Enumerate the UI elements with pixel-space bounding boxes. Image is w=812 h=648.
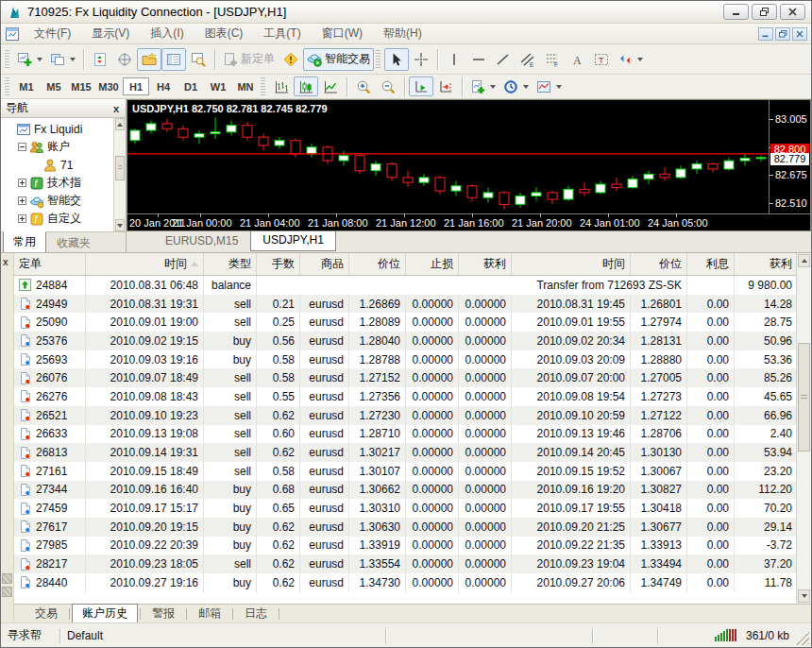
terminal-tab-3[interactable]: 邮箱 [189, 605, 230, 622]
text-label-button[interactable]: T [589, 48, 614, 71]
toolbar-grip[interactable] [5, 77, 9, 96]
tree-expander-icon[interactable] [18, 143, 26, 151]
terminal-tab-0[interactable]: 交易 [25, 605, 67, 622]
data-window-button[interactable] [112, 48, 137, 71]
equidistant-channel-button[interactable]: E [516, 48, 540, 71]
close-button[interactable] [780, 4, 805, 20]
profiles-button[interactable] [46, 48, 79, 71]
history-row[interactable]: 262762010.09.08 18:43sell0.55eurusd1.273… [14, 387, 811, 406]
scroll-down-icon[interactable] [115, 219, 125, 231]
history-row[interactable]: 274592010.09.17 15:17buy0.65eurusd1.3031… [14, 499, 811, 518]
cursor-button[interactable] [384, 48, 409, 71]
tree-item-3[interactable]: f技术指 [3, 174, 126, 192]
column-header-5[interactable]: 价位 [349, 253, 406, 275]
expert-advisors-button[interactable]: 智能交易 [303, 48, 374, 71]
navigator-close-icon[interactable]: x [111, 103, 121, 114]
history-row[interactable]: 282172010.09.23 18:05sell0.62eurusd1.335… [14, 554, 811, 573]
timeframe-m1-button[interactable]: M1 [13, 77, 40, 95]
resize-grip[interactable] [796, 632, 809, 645]
history-row[interactable]: 268132010.09.14 19:31sell0.62eurusd1.302… [14, 443, 811, 462]
new-chart-dropdown-icon[interactable] [37, 58, 42, 61]
history-row[interactable]: 248842010.08.31 06:48balanceTransfer fro… [14, 276, 811, 295]
tree-item-4[interactable]: 智能交 [3, 192, 126, 210]
fibonacci-retracement-button[interactable]: F [540, 48, 565, 71]
terminal-tab-1[interactable]: 账户历史 [72, 604, 138, 622]
column-header-3[interactable]: 手数 [257, 253, 300, 275]
child-restore-button[interactable] [775, 27, 790, 41]
timeframe-m30-button[interactable]: M30 [95, 77, 122, 95]
history-row[interactable]: 271612010.09.15 18:49sell0.58eurusd1.301… [14, 462, 811, 481]
history-row[interactable]: 284402010.09.27 19:16buy0.62eurusd1.3473… [14, 573, 811, 592]
scrollbar-thumb[interactable] [798, 343, 810, 452]
restore-button[interactable] [752, 4, 777, 20]
text-button[interactable]: A [565, 48, 589, 71]
terminal-tab-4[interactable]: 日志 [235, 605, 277, 622]
column-header-9[interactable]: 价位 [631, 253, 687, 275]
strategy-tester-button[interactable] [186, 48, 211, 71]
scroll-up-icon[interactable] [798, 254, 810, 267]
market-watch-button[interactable] [88, 48, 112, 71]
scroll-up-icon[interactable] [115, 118, 125, 130]
child-minimize-button[interactable] [758, 27, 773, 41]
timeframe-mn-button[interactable]: MN [232, 77, 259, 95]
column-header-7[interactable]: 获利 [459, 253, 512, 275]
chart-tab-usdjpy-h1[interactable]: USDJPY,H1 [250, 230, 335, 251]
tree-item-1[interactable]: 账户 [3, 138, 126, 156]
time-axis[interactable]: 20 Jan 201121 Jan 00:0021 Jan 04:0021 Ja… [127, 213, 810, 230]
timeframe-d1-button[interactable]: D1 [178, 77, 204, 95]
status-profile[interactable]: Default [60, 623, 385, 647]
menu-item-4[interactable]: 工具(T) [253, 24, 311, 43]
menu-item-3[interactable]: 图表(C) [195, 24, 254, 43]
chart-canvas[interactable] [127, 100, 771, 214]
new-chart-button[interactable] [13, 48, 46, 71]
menu-item-5[interactable]: 窗口(W) [312, 24, 373, 43]
tree-expander-icon[interactable] [18, 214, 26, 223]
line-chart-button[interactable] [318, 77, 343, 96]
timeframe-h4-button[interactable]: H4 [150, 77, 177, 95]
timeframe-h1-button[interactable]: H1 [123, 77, 149, 95]
zoom-in-button[interactable] [351, 77, 376, 96]
tree-item-2[interactable]: 71 [3, 156, 126, 174]
history-row[interactable]: 273442010.09.16 16:40buy0.68eurusd1.3066… [14, 481, 811, 500]
column-header-11[interactable]: 获利 [735, 253, 798, 275]
indicators-dropdown-icon[interactable] [490, 85, 496, 89]
column-header-4[interactable]: 商品 [300, 253, 349, 275]
terminal-scrollbar[interactable] [796, 253, 811, 604]
column-header-2[interactable]: 类型 [204, 253, 257, 275]
periods-button[interactable] [499, 77, 533, 96]
terminal-close-icon[interactable]: x [3, 257, 8, 267]
terminal-button[interactable] [161, 48, 186, 71]
horizontal-line-button[interactable] [466, 48, 491, 71]
history-row[interactable]: 276172010.09.20 19:15buy0.62eurusd1.3063… [14, 518, 811, 537]
chart-window[interactable]: USDJPY,H1 82.750 82.781 82.745 82.779 83… [127, 99, 811, 231]
arrows-button[interactable] [614, 48, 647, 71]
column-header-10[interactable]: 利息 [687, 253, 735, 275]
column-header-0[interactable]: 定单 [14, 253, 86, 275]
timeframe-m15-button[interactable]: M15 [68, 77, 94, 95]
timeframe-w1-button[interactable]: W1 [205, 77, 231, 95]
candlestick-chart-button[interactable] [294, 77, 318, 96]
tree-expander-icon[interactable] [18, 179, 26, 187]
tree-item-5[interactable]: f自定义 [3, 210, 126, 228]
periods-dropdown-icon[interactable] [523, 85, 529, 89]
column-header-1[interactable]: 时间 [86, 253, 204, 275]
crosshair-button[interactable] [409, 48, 433, 71]
vertical-line-button[interactable] [442, 48, 466, 71]
history-row[interactable]: 260762010.09.07 18:49sell0.58eurusd1.271… [14, 368, 811, 387]
minimize-button[interactable] [723, 4, 749, 20]
auto-scroll-button[interactable] [409, 77, 433, 96]
toolbar-grip[interactable] [261, 77, 265, 96]
menu-item-6[interactable]: 帮助(H) [373, 24, 432, 43]
column-header-8[interactable]: 时间 [512, 253, 631, 275]
navigator-tab-0[interactable]: 常用 [3, 231, 46, 254]
history-row[interactable]: 265212010.09.10 19:23sell0.62eurusd1.272… [14, 406, 811, 425]
navigator-scrollbar[interactable] [113, 118, 126, 231]
navigator-button[interactable] [137, 48, 161, 71]
templates-button[interactable] [533, 77, 566, 96]
alert-warning-button[interactable] [279, 48, 303, 71]
timeframe-m5-button[interactable]: M5 [41, 77, 67, 95]
chart-shift-button[interactable] [433, 77, 458, 96]
toolbar-grip[interactable] [376, 50, 381, 69]
history-row[interactable]: 279852010.09.22 20:39buy0.62eurusd1.3391… [14, 537, 811, 555]
history-row[interactable]: 256932010.09.03 19:16buy0.58eurusd1.2878… [14, 350, 811, 369]
